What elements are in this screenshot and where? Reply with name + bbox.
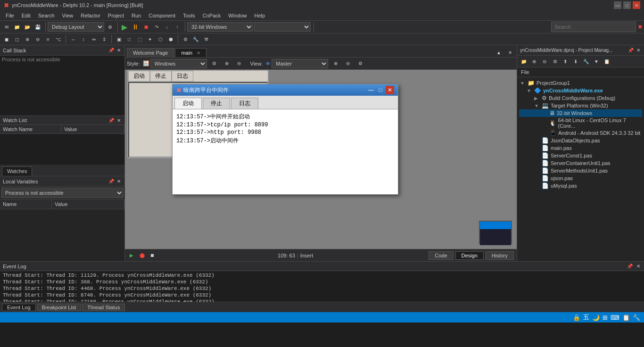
watch-tab-watches[interactable]: Watches bbox=[2, 166, 32, 176]
menu-help[interactable]: Help bbox=[250, 12, 269, 19]
call-stack-pin[interactable]: 📌 bbox=[107, 48, 115, 53]
watch-list-pin[interactable]: 📌 bbox=[107, 118, 115, 123]
tb2-3[interactable]: ⊕ bbox=[23, 34, 32, 44]
rp-btn6[interactable]: ⬇ bbox=[571, 57, 580, 66]
step-over[interactable]: ↷ bbox=[152, 22, 161, 32]
menu-file[interactable]: File bbox=[2, 12, 18, 19]
dialog-tab-start[interactable]: 启动 bbox=[174, 98, 202, 109]
dialog-close[interactable]: ✕ bbox=[386, 86, 394, 94]
tab-welcome-page[interactable]: Welcome Page bbox=[127, 48, 174, 57]
view-btn3[interactable]: ⚙ bbox=[355, 59, 365, 68]
maximize-button[interactable]: □ bbox=[623, 1, 631, 9]
run-button[interactable]: ▶ bbox=[120, 22, 129, 32]
tb-email[interactable]: ✉ bbox=[2, 22, 11, 32]
style-btn3[interactable]: ⊖ bbox=[234, 59, 244, 68]
rp-btn9[interactable]: 📋 bbox=[602, 57, 611, 66]
pause-button[interactable]: ⏸ bbox=[130, 22, 140, 32]
tree-build-configs[interactable]: ▶ ⚙ Build Configurations (Debug) bbox=[519, 94, 642, 102]
tab-arrow-up[interactable]: ▲ bbox=[494, 48, 504, 57]
menu-component[interactable]: Component bbox=[145, 12, 179, 19]
rp-btn4[interactable]: ⚙ bbox=[550, 57, 560, 66]
rp-btn7[interactable]: 🔧 bbox=[581, 57, 591, 66]
style-select[interactable]: Windows bbox=[150, 59, 207, 68]
style-btn2[interactable]: ⊕ bbox=[222, 59, 231, 68]
event-log-pin[interactable]: 📌 bbox=[626, 264, 634, 269]
dialog-tab-stop[interactable]: 停止 bbox=[203, 98, 230, 109]
tb2-cn1[interactable]: ⚙ bbox=[181, 34, 190, 44]
tab-close-all[interactable]: ✕ bbox=[505, 48, 515, 57]
tb2-cn3[interactable]: ⚒ bbox=[201, 34, 211, 44]
platform-dropdown[interactable]: 32-bit Windows bbox=[187, 22, 253, 32]
tree-json-data[interactable]: 📄 JsonDataObjects.pas bbox=[519, 137, 642, 144]
editor-debug-pause[interactable]: ⏹ bbox=[148, 251, 157, 260]
tree-platform-64[interactable]: 🐧 64-bit Linux - CentOS Linux 7 (Core... bbox=[519, 117, 642, 129]
tb2-12[interactable]: □ bbox=[124, 34, 134, 44]
tree-ujson[interactable]: 📄 ujson.pas bbox=[519, 174, 642, 182]
editor-tab-design[interactable]: Design bbox=[455, 251, 484, 260]
form-start-btn[interactable]: 启动 bbox=[128, 71, 150, 82]
tb-open[interactable]: 📂 bbox=[23, 22, 32, 32]
rp-btn8[interactable]: ▼ bbox=[592, 57, 601, 66]
rp-btn1[interactable]: 📁 bbox=[519, 57, 528, 66]
tb2-15[interactable]: ⬡ bbox=[156, 34, 165, 44]
tree-umysql[interactable]: 📄 uMysql.pas bbox=[519, 182, 642, 190]
dialog-minimize[interactable]: — bbox=[367, 86, 375, 94]
dialog-tab-log[interactable]: 日志 bbox=[231, 98, 258, 109]
call-stack-close[interactable]: ✕ bbox=[116, 48, 122, 53]
menu-edit[interactable]: Edit bbox=[18, 12, 34, 19]
tb-layout-btn[interactable]: ⚙ bbox=[105, 22, 115, 32]
tb2-5[interactable]: ≡ bbox=[43, 34, 53, 44]
tb2-16[interactable]: ⬢ bbox=[166, 34, 175, 44]
tb2-1[interactable]: ◼ bbox=[2, 34, 11, 44]
tb-save[interactable]: 💾 bbox=[33, 22, 42, 32]
style-btn1[interactable]: ⚙ bbox=[210, 59, 219, 68]
tree-main-pas[interactable]: 📄 main.pas bbox=[519, 144, 642, 152]
form-stop-btn[interactable]: 停止 bbox=[150, 71, 172, 82]
menu-run[interactable]: Run bbox=[128, 12, 145, 19]
tree-server-container[interactable]: 📄 ServerContainerUnit1.pas bbox=[519, 159, 642, 167]
config-dropdown[interactable] bbox=[254, 22, 311, 32]
tb2-8[interactable]: ↕ bbox=[79, 34, 88, 44]
step-out[interactable]: ↑ bbox=[173, 22, 182, 32]
stop-button[interactable]: ■ bbox=[141, 22, 151, 32]
menu-cnpack[interactable]: CnPack bbox=[199, 12, 225, 19]
tb2-4[interactable]: ⊖ bbox=[33, 34, 42, 44]
menu-tools[interactable]: Tools bbox=[179, 12, 199, 19]
view-btn2[interactable]: ⊖ bbox=[343, 59, 353, 68]
tb-newproject[interactable]: 📁 bbox=[12, 22, 22, 32]
rp-btn3[interactable]: ⊖ bbox=[540, 57, 549, 66]
menu-project[interactable]: Project bbox=[104, 12, 128, 19]
process-dropdown[interactable]: Process is not accessible bbox=[1, 188, 124, 198]
view-btn1[interactable]: ⊕ bbox=[331, 59, 340, 68]
tb2-9[interactable]: ⇔ bbox=[89, 34, 99, 44]
right-panel-pin[interactable]: 📌 bbox=[627, 48, 635, 53]
form-log-btn[interactable]: 日志 bbox=[172, 71, 193, 82]
event-log-close[interactable]: ✕ bbox=[636, 264, 641, 269]
editor-tab-history[interactable]: History bbox=[486, 251, 514, 260]
right-panel-close[interactable]: ✕ bbox=[636, 48, 641, 53]
layout-dropdown[interactable]: Debug Layout bbox=[48, 22, 104, 32]
editor-debug-stop[interactable]: ⬤ bbox=[137, 251, 147, 260]
close-button[interactable]: ✕ bbox=[633, 1, 640, 9]
tree-target-platforms[interactable]: ▼ 💻 Target Platforms (Win32) bbox=[519, 102, 642, 109]
tree-platform-32[interactable]: 🖥 32-bit Windows bbox=[519, 109, 642, 117]
step-into[interactable]: ↓ bbox=[162, 22, 172, 32]
tab-main[interactable]: main ✕ bbox=[175, 48, 206, 57]
local-vars-close[interactable]: ✕ bbox=[116, 179, 122, 184]
tree-project-group[interactable]: ▼ 📁 ProjectGroup1 bbox=[519, 79, 642, 87]
menu-refactor[interactable]: Refactor bbox=[77, 12, 104, 19]
tb2-cn2[interactable]: 🔧 bbox=[191, 34, 200, 44]
tb2-10[interactable]: ⇕ bbox=[99, 34, 109, 44]
view-select[interactable]: Master bbox=[272, 59, 328, 68]
search-input[interactable] bbox=[551, 22, 636, 32]
tree-exe[interactable]: ▼ 🔷 ynCrossMiddleWare.exe bbox=[519, 87, 642, 94]
rp-btn5[interactable]: ⬆ bbox=[561, 57, 570, 66]
tree-platform-android[interactable]: 📱 Android - Android SDK 24.3.3 32 bit bbox=[519, 129, 642, 137]
tb2-14[interactable]: ✦ bbox=[145, 34, 155, 44]
evtlog-tab-eventlog[interactable]: Event Log bbox=[2, 304, 36, 311]
evtlog-tab-breakpoints[interactable]: Breakpoint List bbox=[37, 304, 82, 311]
menu-search[interactable]: Search bbox=[34, 12, 58, 19]
local-vars-pin[interactable]: 📌 bbox=[107, 179, 115, 184]
editor-debug-play[interactable]: ▶ bbox=[127, 251, 136, 260]
rp-btn2[interactable]: ⊕ bbox=[529, 57, 539, 66]
